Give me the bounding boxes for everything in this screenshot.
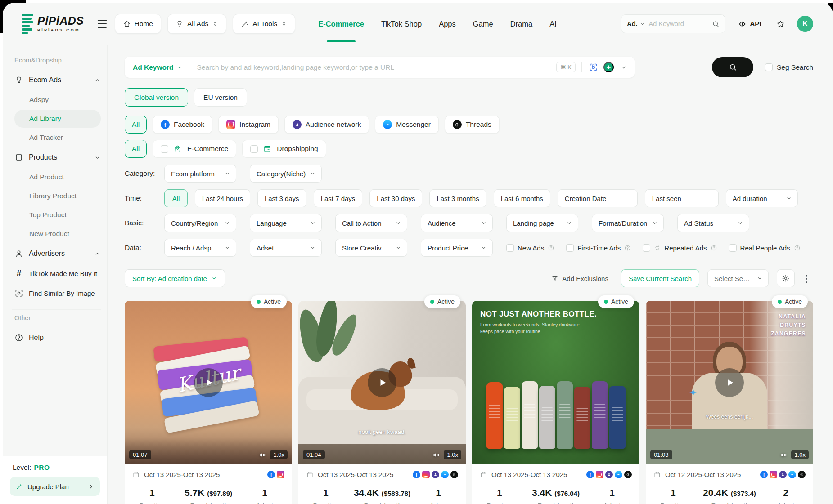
seg-search-toggle[interactable]: Seg Search — [765, 63, 813, 71]
add-filter-button[interactable]: + — [603, 62, 614, 72]
reach-adspend-select[interactable]: Reach / Adspend — [164, 239, 236, 257]
help-icon[interactable] — [711, 245, 717, 251]
ai-tools-button[interactable]: AI Tools — [233, 14, 295, 34]
header-keyword-search[interactable]: Ad. Ad Keyword — [621, 14, 725, 33]
all-ads-button[interactable]: All Ads — [167, 14, 226, 34]
search-input[interactable] — [190, 63, 556, 71]
global-version-toggle[interactable]: Global version — [125, 88, 188, 107]
time-last-6-months[interactable]: Last 6 months — [494, 189, 550, 207]
pipiads-logo[interactable]: PiPiADS PiPiADS.COM — [22, 14, 84, 34]
first-time-ads-checkbox-group[interactable]: First-Time Ads — [566, 244, 631, 252]
platform-facebook-toggle[interactable]: f Facebook — [153, 116, 212, 134]
search-submit-button[interactable] — [712, 57, 753, 77]
time-last-3-days[interactable]: Last 3 days — [257, 189, 306, 207]
expand-search-button[interactable] — [619, 63, 628, 72]
repeated-ads-checkbox[interactable] — [643, 244, 650, 252]
avatar[interactable]: K — [797, 16, 813, 32]
time-last-7-days[interactable]: Last 7 days — [314, 189, 363, 207]
search-scope-dropdown[interactable]: Ad Keyword — [125, 57, 190, 78]
tab-game[interactable]: Game — [473, 3, 493, 45]
help-icon[interactable] — [794, 245, 801, 251]
platform-audience-network-toggle[interactable]: Audience network — [284, 116, 369, 134]
ecom-platform-select[interactable]: Ecom platform — [164, 165, 236, 183]
type-all-toggle[interactable]: All — [125, 140, 147, 158]
platform-instagram-toggle[interactable]: Instagram — [218, 116, 279, 134]
repeated-ads-checkbox-group[interactable]: Repeated Ads — [643, 244, 717, 252]
image-thumbnail[interactable]: NOT JUST ANOTHER BOTTLE. From workouts t… — [472, 301, 639, 464]
sidebar-toggle-icon[interactable] — [96, 18, 108, 29]
store-creative-product-select[interactable]: Store Creative/Produc... — [335, 239, 407, 257]
help-icon[interactable] — [624, 245, 631, 251]
new-ads-checkbox-group[interactable]: New Ads — [506, 244, 554, 252]
sidebar-item-library-product[interactable]: Library Product — [14, 187, 101, 205]
product-price-select[interactable]: Product Price(USD) — [421, 239, 493, 257]
audience-select[interactable]: Audience — [421, 214, 493, 232]
mute-icon[interactable] — [432, 451, 440, 459]
more-options-button[interactable]: ⋮ — [800, 272, 813, 285]
sidebar-item-ad-library[interactable]: Ad Library — [14, 110, 101, 128]
tab-ai[interactable]: AI — [549, 3, 557, 45]
tab-tiktok-shop[interactable]: TikTok Shop — [381, 3, 422, 45]
type-dropshipping-toggle[interactable]: Dropshipping — [242, 140, 326, 158]
time-all[interactable]: All — [164, 189, 188, 207]
platform-threads-toggle[interactable]: Threads — [445, 116, 500, 134]
time-last-30-days[interactable]: Last 30 days — [369, 189, 422, 207]
play-button[interactable] — [715, 368, 744, 397]
sidebar-item-tiktok-made-me-buy-it[interactable]: # TikTok Made Me Buy It — [14, 263, 101, 283]
header-search-scope-dropdown[interactable]: Ad. — [627, 20, 645, 27]
language-select[interactable]: Language — [250, 214, 322, 232]
search-icon[interactable] — [712, 20, 720, 28]
playback-speed[interactable]: 1.0x — [270, 450, 288, 459]
category-niche-select[interactable]: Category(Niche) — [250, 165, 322, 183]
play-button[interactable] — [368, 368, 396, 397]
sidebar-item-products[interactable]: Products — [14, 147, 101, 167]
last-seen-input[interactable]: Last seen — [645, 189, 719, 207]
play-button[interactable] — [194, 368, 223, 397]
platform-all-toggle[interactable]: All — [125, 116, 147, 134]
playback-speed[interactable]: 1.0x — [444, 450, 461, 459]
sidebar-item-adspy[interactable]: Adspy — [14, 91, 101, 109]
seg-search-checkbox[interactable] — [765, 63, 773, 71]
sidebar-item-find-similar-by-image[interactable]: Find Similar By Image — [14, 283, 101, 303]
adset-select[interactable]: Adset — [250, 239, 322, 257]
home-button[interactable]: Home — [115, 14, 161, 34]
playback-speed[interactable]: 1.0x — [791, 450, 809, 459]
tab-e-commerce[interactable]: E-Commerce — [318, 3, 364, 45]
country-region-select[interactable]: Country/Region — [164, 214, 236, 232]
add-exclusions-button[interactable]: Add Exclusions — [549, 274, 611, 283]
video-thumbnail[interactable]: nooit geen kwaad. 01:04 1.0x — [298, 301, 466, 464]
sidebar-item-ad-product[interactable]: Ad Product — [14, 168, 101, 186]
first-time-ads-checkbox[interactable] — [566, 244, 574, 252]
tab-drama[interactable]: Drama — [510, 3, 533, 45]
select-search-dropdown[interactable]: Select Search — [707, 269, 769, 287]
sidebar-item-help[interactable]: Help — [14, 328, 101, 348]
sidebar-item-advertisers[interactable]: Advertisers — [14, 244, 101, 263]
mute-icon[interactable] — [258, 451, 266, 459]
landing-page-select[interactable]: Landing page — [506, 214, 578, 232]
time-last-3-months[interactable]: Last 3 months — [429, 189, 486, 207]
api-button[interactable]: API — [735, 19, 764, 29]
call-to-action-select[interactable]: Call to Action — [335, 214, 407, 232]
sort-by-dropdown[interactable]: Sort By: Ad creation date — [125, 269, 225, 287]
mute-icon[interactable] — [779, 451, 788, 459]
dropshipping-checkbox[interactable] — [250, 145, 258, 153]
ad-status-select[interactable]: Ad Status — [677, 214, 749, 232]
video-thumbnail[interactable]: Kultur 01:07 1.0x — [125, 301, 292, 464]
tab-apps[interactable]: Apps — [439, 3, 456, 45]
eu-version-toggle[interactable]: EU version — [194, 88, 247, 107]
creation-date-input[interactable]: Creation Date — [558, 189, 638, 207]
sidebar-item-top-product[interactable]: Top Product — [14, 206, 101, 224]
type-ecommerce-toggle[interactable]: E-Commerce — [153, 140, 236, 158]
image-search-button[interactable] — [588, 62, 599, 73]
favorites-button[interactable] — [773, 19, 788, 29]
platform-messenger-toggle[interactable]: Messenger — [375, 116, 439, 134]
ad-duration-select[interactable]: Ad duration — [726, 189, 798, 207]
real-people-ads-checkbox[interactable] — [729, 244, 737, 252]
settings-button[interactable] — [777, 269, 795, 287]
new-ads-checkbox[interactable] — [506, 244, 514, 252]
real-people-ads-checkbox-group[interactable]: Real People Ads — [729, 244, 801, 252]
sidebar-item-ecom-ads[interactable]: Ecom Ads — [14, 70, 101, 90]
header-search-placeholder[interactable]: Ad Keyword — [649, 20, 709, 27]
video-thumbnail[interactable]: NATALIA DRUYTS ZANGERES ✦ Wees eens eerl… — [646, 301, 813, 464]
save-current-search-button[interactable]: Save Current Search — [621, 269, 699, 287]
